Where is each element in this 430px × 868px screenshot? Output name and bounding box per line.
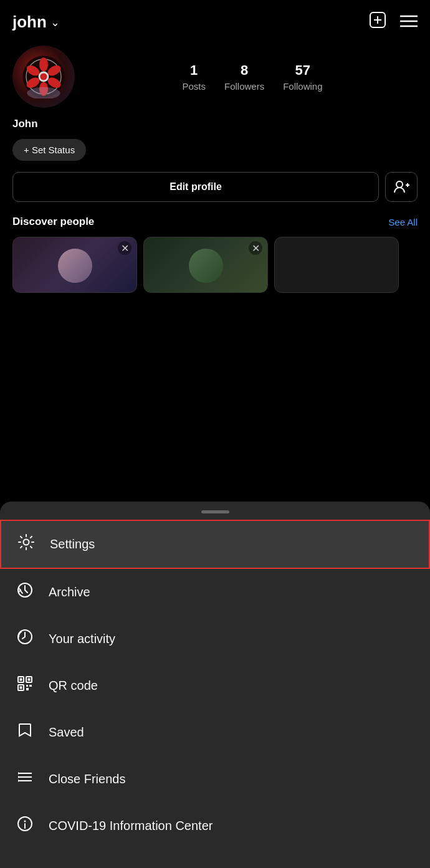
svg-rect-26 [20,679,22,681]
menu-item-settings[interactable]: Settings [0,520,430,569]
covid-info-icon [15,815,35,837]
saved-label: Saved [49,725,84,740]
add-person-button[interactable] [385,172,418,202]
svg-rect-30 [29,685,32,687]
svg-point-8 [39,57,48,71]
following-label: Following [283,81,322,92]
edit-profile-label: Edit profile [170,181,222,192]
svg-marker-36 [18,776,20,778]
saved-icon [15,722,35,743]
discover-row: Discover people See All [12,216,418,228]
archive-icon [15,581,35,603]
followers-label: Followers [224,81,264,92]
qr-code-icon [15,675,35,697]
see-all-link[interactable]: See All [388,217,418,227]
followers-stat[interactable]: 8 Followers [224,62,264,92]
svg-point-20 [24,540,29,545]
posts-count: 1 [190,62,198,79]
set-status-label: + Set Status [24,145,75,155]
discover-label: Discover people [12,216,94,228]
following-count: 57 [295,62,310,79]
svg-point-39 [24,821,26,823]
discover-cards: ✕ ✕ [12,237,418,293]
svg-marker-37 [18,780,20,782]
discover-card-1: ✕ [12,237,137,293]
username-text: john [12,12,47,32]
chevron-down-icon[interactable]: ⌄ [50,16,60,29]
menu-item-your-activity[interactable]: Your activity [0,616,430,662]
archive-label: Archive [49,585,90,599]
svg-rect-31 [26,688,29,690]
menu-item-saved[interactable]: Saved [0,709,430,756]
svg-marker-35 [18,772,20,775]
discover-card-2: ✕ [143,237,268,293]
card-avatar-1 [58,249,92,283]
display-name: John [12,118,418,130]
card-avatar-2 [189,249,223,283]
bottom-sheet: Settings Archive Your activity [0,502,430,868]
discover-card-3 [274,237,399,293]
covid-info-label: COVID-19 Information Center [49,819,213,833]
your-activity-label: Your activity [49,632,115,646]
new-post-icon[interactable] [369,11,386,33]
sheet-handle [201,510,229,513]
edit-profile-button[interactable]: Edit profile [12,172,379,202]
svg-rect-27 [28,679,31,681]
svg-point-17 [396,181,403,188]
posts-stat[interactable]: 1 Posts [182,62,206,92]
profile-row: 1 Posts 8 Followers 57 Following [12,45,418,108]
top-bar: john ⌄ [0,0,430,39]
posts-label: Posts [182,81,206,92]
following-stat[interactable]: 57 Following [283,62,322,92]
menu-item-archive[interactable]: Archive [0,569,430,616]
close-friends-label: Close Friends [49,772,125,786]
svg-rect-28 [20,687,22,689]
card-close-2[interactable]: ✕ [249,241,262,255]
svg-point-15 [40,73,47,80]
top-icons [369,11,418,33]
profile-section: 1 Posts 8 Followers 57 Following John + … [0,39,430,293]
qr-code-label: QR code [49,679,98,693]
followers-count: 8 [241,62,248,79]
card-close-1[interactable]: ✕ [118,241,131,255]
username-row: john ⌄ [12,12,60,32]
menu-item-covid-info[interactable]: COVID-19 Information Center [0,803,430,849]
menu-item-qr-code[interactable]: QR code [0,662,430,709]
svg-rect-29 [26,685,28,687]
action-row: Edit profile [12,172,418,202]
hamburger-menu-icon[interactable] [400,12,418,32]
menu-item-close-friends[interactable]: Close Friends [0,756,430,803]
your-activity-icon [15,628,35,650]
set-status-button[interactable]: + Set Status [12,139,86,161]
close-friends-icon [15,768,35,790]
settings-label: Settings [50,537,95,551]
stats-row: 1 Posts 8 Followers 57 Following [87,62,418,92]
settings-icon [16,533,36,555]
avatar[interactable] [12,45,75,108]
